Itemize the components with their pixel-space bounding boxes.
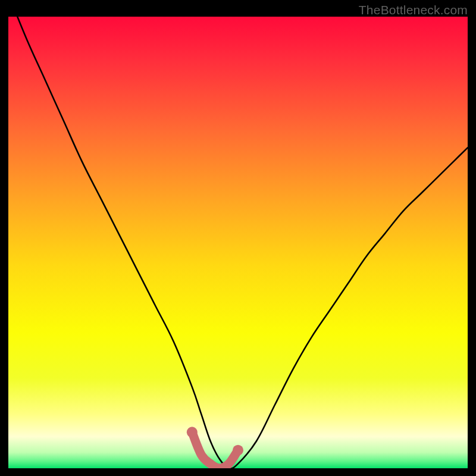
- chart-svg: [8, 17, 468, 468]
- plot-area: [8, 17, 468, 468]
- svg-point-1: [187, 427, 198, 437]
- bottleneck-curve: [8, 17, 468, 468]
- watermark-text: TheBottleneck.com: [359, 3, 468, 17]
- svg-point-2: [233, 445, 243, 456]
- chart-frame: TheBottleneck.com: [0, 0, 476, 476]
